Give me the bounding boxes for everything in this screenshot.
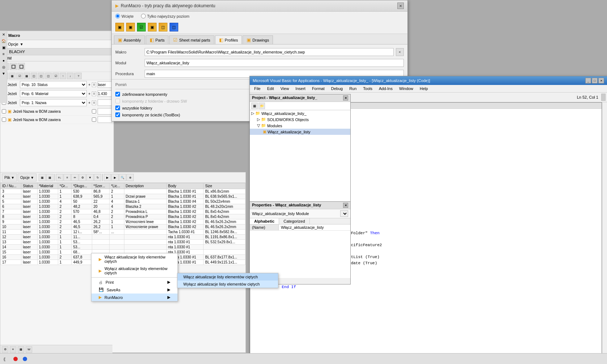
strip-icon-3[interactable]: ▣ bbox=[1, 44, 7, 50]
context-item-saveas[interactable]: 💾 SaveAs ▶ bbox=[91, 286, 178, 294]
taskbar-icon-red[interactable] bbox=[12, 355, 20, 363]
strip-icon-4[interactable]: ≡ bbox=[1, 51, 7, 57]
close-button[interactable]: ✕ bbox=[397, 3, 404, 9]
macro-icon-btn[interactable]: ▶ bbox=[104, 174, 111, 181]
filter-bom-icon[interactable]: ▼ bbox=[86, 174, 94, 181]
table-row[interactable]: 6laser1.0330248,2204Blaszka 2Blacha 1.03… bbox=[1, 204, 245, 209]
toolbar-icon-2[interactable]: ▣ bbox=[126, 23, 135, 31]
status-icon-4[interactable]: W bbox=[26, 346, 32, 353]
taskbar-icon-left-double[interactable]: ⟪ bbox=[2, 355, 10, 363]
bom-tool-6[interactable]: ◫ bbox=[38, 73, 44, 79]
table-row[interactable]: 13laser1.0330153...nta 1.0330 #1BL 532.5… bbox=[1, 240, 245, 245]
code-scrollbar[interactable] bbox=[602, 102, 607, 356]
strip-icon-5[interactable]: ● bbox=[1, 57, 7, 63]
search-icon[interactable]: 🔍 bbox=[119, 174, 126, 181]
table-row[interactable]: 12laser1.0330111...nta 1.0330 #1BL 1191.… bbox=[1, 235, 245, 240]
context-item-runmacro[interactable]: ▶ RunMacro ▶ bbox=[91, 294, 178, 301]
zoom-icon[interactable]: ⊕ bbox=[127, 174, 134, 181]
table-row[interactable]: 14laser1.0330153...nta 1.0330 #1 bbox=[1, 245, 245, 250]
tab-sheet-metal[interactable]: ☑ Sheet metal parts bbox=[169, 35, 214, 44]
view-icon-1[interactable]: ▦ bbox=[39, 174, 46, 181]
macro-icon-btn2[interactable]: ▶ bbox=[111, 174, 119, 181]
taskbar-icon-blue[interactable] bbox=[21, 355, 29, 363]
bom-tool-5[interactable]: ◫ bbox=[31, 73, 37, 79]
table-row[interactable]: 8laser1.0330280,42Prowadnica PBlacha 1.0… bbox=[1, 214, 245, 219]
bom-tool-3[interactable]: ☑ bbox=[16, 73, 23, 79]
project-close-btn[interactable]: ✕ bbox=[343, 95, 348, 100]
filter-check-7[interactable] bbox=[92, 117, 96, 122]
vba-scrollbar[interactable] bbox=[601, 94, 606, 101]
submenu-item-2[interactable]: Wyłącz aktualizacje listy elementów cięt… bbox=[178, 281, 278, 288]
tree-modules[interactable]: ▽ 📁 Modules bbox=[250, 123, 350, 129]
toolbar-icon-1[interactable]: ▣ bbox=[115, 23, 124, 31]
toolbar-icon-6[interactable]: ◫ bbox=[170, 23, 178, 31]
vba-minimize-btn[interactable]: _ bbox=[585, 78, 591, 83]
check-wszystkie-foldery[interactable] bbox=[115, 106, 120, 110]
props-val-name[interactable]: Włącz_aktualizacje_listy bbox=[279, 224, 350, 230]
bom-tool-4[interactable]: ▦ bbox=[23, 73, 30, 79]
radio-najwyzszy[interactable]: Tylko najwyższy poziom bbox=[141, 14, 189, 18]
table-row[interactable]: 10laser1.0330246,526,21Wzmocnienie prawe… bbox=[1, 224, 245, 230]
tab-parts[interactable]: ◧ Parts bbox=[146, 35, 169, 44]
strip-icon-1[interactable]: ✕ bbox=[1, 31, 7, 37]
menu-run[interactable]: Run bbox=[346, 86, 359, 91]
table-row[interactable]: 7laser1.0330257046,82Prowadnica LBlacha … bbox=[1, 209, 245, 214]
refresh-icon[interactable]: ↻ bbox=[94, 174, 101, 181]
bom-tool-8[interactable]: ☑ bbox=[52, 73, 59, 79]
filter-icon-2[interactable]: 🔲 bbox=[10, 63, 17, 70]
filter-prop-3[interactable]: Prop. 1: Nazwa bbox=[20, 99, 87, 106]
tree-module-file[interactable]: ▣ Włącz_aktualizacje_listy bbox=[250, 129, 350, 135]
bom-tool-9[interactable]: ↑ bbox=[60, 73, 66, 79]
menu-edit[interactable]: Edit bbox=[264, 86, 277, 91]
vba-maximize-btn[interactable]: □ bbox=[592, 78, 598, 83]
status-icon-1[interactable]: ⚙ bbox=[2, 346, 8, 353]
menu-tools[interactable]: Tools bbox=[360, 86, 375, 91]
bom-tool-7[interactable]: ◫ bbox=[45, 73, 52, 79]
tree-solidworks[interactable]: ▷ 📁 SOLIDWORKS Objects bbox=[250, 116, 350, 123]
menu-debug[interactable]: Debug bbox=[328, 86, 346, 91]
opcje-btn[interactable]: Opcje ▼ bbox=[18, 174, 37, 181]
menu-view[interactable]: View bbox=[278, 86, 292, 91]
context-item-2[interactable]: ▶ Wyłącz aktualizacje listy elementów ci… bbox=[91, 265, 178, 277]
table-row[interactable]: 9laser1.0330246,526,21Wzmocnieni leweBla… bbox=[1, 219, 245, 224]
props-tab-alpha[interactable]: Alphabetic bbox=[250, 218, 279, 224]
toolbar-icon-5[interactable]: ◫ bbox=[159, 23, 167, 31]
status-icon-3[interactable]: ▦ bbox=[18, 346, 24, 353]
strip-icon-6[interactable]: ◎ bbox=[1, 64, 7, 70]
bom-tool-2[interactable]: ▦ bbox=[9, 73, 16, 79]
vba-close-btn[interactable]: ✕ bbox=[598, 78, 604, 83]
menu-addins[interactable]: Add-Ins bbox=[376, 86, 396, 91]
opcje-dropdown-icon[interactable]: ▼ bbox=[20, 42, 23, 46]
menu-file[interactable]: File bbox=[251, 86, 264, 91]
proj-tool-1[interactable]: ▦ bbox=[251, 103, 258, 109]
filter-val-1[interactable] bbox=[98, 81, 112, 88]
radio-wciete[interactable]: Wcięte bbox=[115, 14, 134, 18]
toolbar-icon-4[interactable]: ▣ bbox=[148, 23, 157, 31]
filter-val-5[interactable] bbox=[98, 116, 112, 123]
context-item-print[interactable]: 🖨 Print ▶ bbox=[91, 278, 178, 286]
view-icon-2[interactable]: ▦ bbox=[46, 174, 54, 181]
tab-assembly[interactable]: ▣ Assembly bbox=[114, 35, 145, 44]
tab-drawings[interactable]: ▣ Drawings bbox=[243, 35, 273, 44]
module-input[interactable] bbox=[145, 59, 404, 67]
toolbar-icon-3[interactable]: ☑ bbox=[137, 23, 146, 31]
menu-insert[interactable]: Insert bbox=[292, 86, 308, 91]
props-tab-cat[interactable]: Categorized bbox=[279, 218, 309, 224]
filter-icon-3[interactable]: 🔲 bbox=[18, 63, 25, 70]
menu-format[interactable]: Format bbox=[309, 86, 328, 91]
check-zdefinowane[interactable] bbox=[115, 92, 120, 97]
strip-icon-7[interactable]: ▼ bbox=[1, 70, 7, 76]
plik-btn[interactable]: Plik ▼ bbox=[2, 174, 17, 181]
macro-browse-btn[interactable]: < bbox=[396, 48, 404, 56]
table-row[interactable]: 11laser1.0330212 i...58°......Tacha 1.03… bbox=[1, 230, 245, 235]
filter-prop-1[interactable]: Prop. 10: Status bbox=[20, 81, 87, 88]
tab-profiles[interactable]: ◧ Profiles bbox=[215, 35, 242, 44]
filter-val-2[interactable] bbox=[98, 90, 112, 97]
table-row[interactable]: 4laser1.03301638,9565,91Drzwi praweBlach… bbox=[1, 194, 245, 199]
table-row[interactable]: 5laser1.0330450224Blasza-1Blacha 1.0330 … bbox=[1, 199, 245, 204]
check-toolbox[interactable] bbox=[115, 112, 120, 117]
submenu-item-1[interactable]: Włącz aktualizacje listy elementów cięty… bbox=[178, 273, 278, 281]
proj-tool-2[interactable]: 📁 bbox=[258, 103, 265, 109]
table-row[interactable]: 3laser1.0330153086,82Blacha 1.0330 #1BL … bbox=[1, 189, 245, 194]
status-icon-2[interactable]: ≡ bbox=[10, 346, 16, 353]
